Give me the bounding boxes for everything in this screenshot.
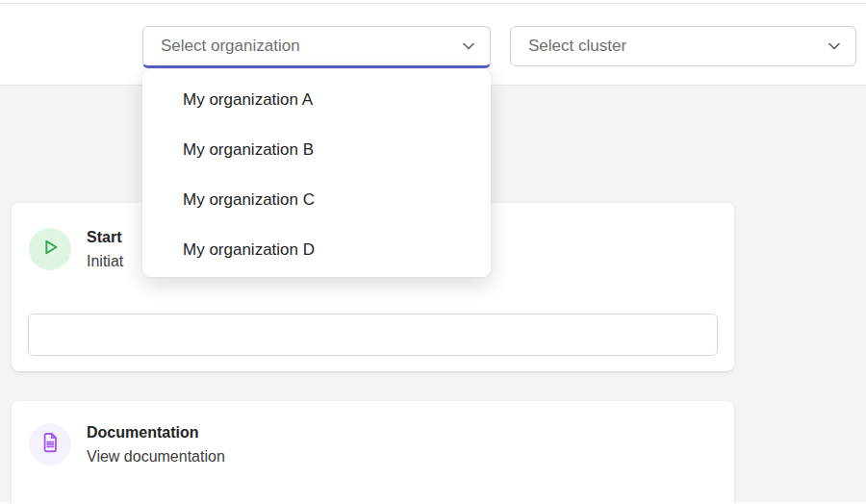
- organization-select-placeholder: Select organization: [161, 37, 459, 56]
- chevron-down-icon: [459, 37, 478, 56]
- menu-item-my-organization-b[interactable]: My organization B: [142, 125, 491, 175]
- menu-item-my-organization-d[interactable]: My organization D: [142, 225, 491, 275]
- documentation-card-title: Documentation: [87, 424, 198, 441]
- cluster-select-placeholder: Select cluster: [528, 37, 825, 56]
- menu-item-my-organization-a[interactable]: My organization A: [142, 75, 491, 125]
- start-card-subtitle: Initiat: [87, 253, 123, 270]
- organization-menu: My organization A My organization B My o…: [142, 69, 491, 277]
- organization-select[interactable]: Select organization: [142, 26, 491, 68]
- play-icon: [38, 235, 63, 264]
- cluster-select[interactable]: Select cluster: [510, 26, 856, 66]
- top-hairline-divider: [0, 3, 866, 4]
- play-icon-circle: [29, 228, 71, 270]
- documentation-card-subtitle: View documentation: [87, 448, 225, 466]
- start-card-button[interactable]: [28, 314, 718, 356]
- document-icon: [38, 430, 63, 459]
- chevron-down-icon: [825, 37, 844, 56]
- documentation-card: Documentation View documentation View do…: [12, 401, 734, 504]
- menu-item-my-organization-c[interactable]: My organization C: [142, 175, 491, 225]
- start-card-title: Start: [87, 229, 121, 246]
- document-icon-circle: [29, 423, 71, 466]
